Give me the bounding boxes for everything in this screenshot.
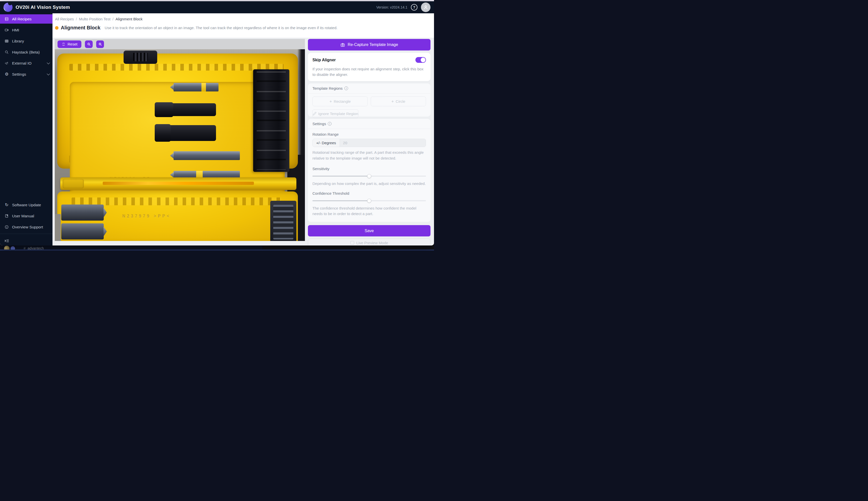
skip-aligner-card: Skip Aligner If your inspection does not… xyxy=(308,53,431,81)
sidebar-collapse-button[interactable] xyxy=(0,236,53,245)
toggle-knob xyxy=(421,57,425,62)
sidebar-item-settings[interactable]: ⚙ Settings xyxy=(0,70,53,79)
sidebar-item-library[interactable]: Library xyxy=(0,36,53,46)
sidebar-item-label: Library xyxy=(12,39,24,43)
save-label: Save xyxy=(365,228,374,233)
help-icon[interactable]: ? xyxy=(411,4,417,11)
plus-icon: + xyxy=(391,99,394,104)
page-description: Use it to track the orientation of an ob… xyxy=(105,25,338,30)
template-regions-card: Template Regions i + Rectangle + Circle xyxy=(308,83,431,117)
skip-aligner-label: Skip Aligner xyxy=(313,58,336,62)
live-preview-checkbox[interactable] xyxy=(350,241,354,245)
content-header: All Recipes / Multo Position Test / Alig… xyxy=(53,13,434,38)
socket-adapter xyxy=(155,125,216,141)
sidebar-item-software-update[interactable]: ↻ Software Update xyxy=(0,200,53,210)
version-label: Version: v2024.14.1 xyxy=(376,5,408,9)
zoom-out-icon xyxy=(87,42,91,46)
rotation-range-help: Rotational tracking range of the part. A… xyxy=(313,150,426,161)
chevron-down-icon xyxy=(47,61,50,64)
sidebar-item-all-recipes[interactable]: All Recipes xyxy=(0,14,53,24)
recapture-template-button[interactable]: Re-Capture Template Image xyxy=(308,39,431,51)
sidebar-item-haystack[interactable]: Haystack (Beta) xyxy=(0,47,53,57)
recipes-icon xyxy=(4,17,9,21)
sidebar-item-label: Overview Support xyxy=(12,225,43,230)
breadcrumb-current: Alignment Block xyxy=(116,17,143,21)
zoom-in-button[interactable] xyxy=(96,41,104,48)
info-icon xyxy=(4,225,9,229)
library-grid-icon xyxy=(4,39,9,43)
add-rectangle-label: Rectangle xyxy=(334,99,351,104)
person-icon xyxy=(423,4,428,10)
app-header: OV20i AI Vision System Version: v2024.14… xyxy=(0,1,434,13)
info-icon[interactable]: i xyxy=(344,86,348,90)
template-image-canvas[interactable]: NF37960 >PP< N237979 >PP< xyxy=(55,49,305,241)
breadcrumb-multo-position-test[interactable]: Multo Position Test xyxy=(79,17,110,21)
breadcrumb-all-recipes[interactable]: All Recipes xyxy=(55,17,74,21)
skip-aligner-description: If your inspection does not require an a… xyxy=(313,66,426,77)
sensitivity-slider[interactable] xyxy=(313,174,426,178)
sidebar-item-label: Haystack (Beta) xyxy=(12,50,40,54)
torx-bit xyxy=(174,83,218,92)
sidebar-item-label: External IO xyxy=(12,61,32,66)
breadcrumb-separator: / xyxy=(76,17,77,21)
zoom-out-button[interactable] xyxy=(85,41,93,48)
add-circle-label: Circle xyxy=(395,99,405,104)
sensitivity-help: Depending on how complex the part is, ad… xyxy=(313,181,426,187)
gear-icon: ⚙ xyxy=(4,72,9,76)
socket-adapter-large xyxy=(155,103,216,116)
user-avatar[interactable] xyxy=(421,2,431,12)
sidebar-item-label: Settings xyxy=(12,72,26,77)
skip-aligner-toggle[interactable] xyxy=(415,57,426,63)
bit-holder-rail xyxy=(253,70,289,172)
sidebar-item-hmi[interactable]: HMI xyxy=(0,25,53,35)
external-io-icon xyxy=(4,61,9,65)
slider-thumb[interactable] xyxy=(367,174,371,178)
ignore-template-region-button[interactable]: Ignore Template Region xyxy=(313,109,358,118)
info-icon[interactable]: i xyxy=(328,122,332,126)
toolcase-hinge xyxy=(60,178,296,190)
sidebar-item-label: HMI xyxy=(12,28,19,32)
live-preview-mode-button[interactable]: Live Preview Mode xyxy=(308,238,431,245)
sidebar-divider xyxy=(0,234,53,234)
reset-view-button[interactable]: Reset xyxy=(57,41,82,48)
viewer-toolbar: Reset xyxy=(55,39,305,49)
rotation-range-label: Rotation Range xyxy=(313,132,426,136)
app-window: OV20i AI Vision System Version: v2024.14… xyxy=(0,1,434,245)
sidebar-footer: ↻ Software Update User Manual Overview S… xyxy=(0,200,53,245)
breadcrumb-separator: / xyxy=(112,17,113,21)
rotation-range-input-group: +/- Degrees 20 xyxy=(313,139,426,147)
camera-icon xyxy=(340,42,345,47)
background-taskbar-edge xyxy=(0,249,434,250)
slider-thumb[interactable] xyxy=(367,199,371,203)
sidebar: All Recipes HMI Library Haystack (Beta) … xyxy=(0,13,53,245)
sidebar-item-label: All Recipes xyxy=(12,17,32,21)
rotation-range-input[interactable]: 20 xyxy=(340,139,426,147)
phillips-bit xyxy=(174,151,240,160)
rotation-range-prefix: +/- Degrees xyxy=(313,139,340,147)
block-status-dot xyxy=(55,26,58,30)
ignore-template-region-label: Ignore Template Region xyxy=(318,111,358,116)
slider-fill xyxy=(313,200,369,201)
save-button[interactable]: Save xyxy=(308,225,431,236)
bottom-left-bits xyxy=(61,204,104,241)
live-preview-label: Live Preview Mode xyxy=(356,241,388,245)
embossed-part-number-lower: N237979 >PP< xyxy=(122,213,171,218)
pen-icon xyxy=(313,112,316,116)
sidebar-item-external-io[interactable]: External IO xyxy=(0,58,53,68)
app-title: OV20i AI Vision System xyxy=(15,4,70,10)
confidence-threshold-slider[interactable] xyxy=(313,199,426,203)
add-rectangle-region-button[interactable]: + Rectangle xyxy=(313,96,368,106)
settings-title: Settings xyxy=(313,121,326,126)
template-regions-title: Template Regions xyxy=(313,86,343,90)
sidebar-item-user-manual[interactable]: User Manual xyxy=(0,211,53,221)
search-icon xyxy=(4,50,9,54)
sidebar-item-overview-support[interactable]: Overview Support xyxy=(0,222,53,232)
confidence-threshold-help: The confidence threshold determines how … xyxy=(313,205,426,217)
image-viewer: Reset NF xyxy=(55,39,305,241)
bottom-right-bit-block xyxy=(270,201,297,241)
hmi-camera-icon xyxy=(4,28,9,32)
plus-icon: + xyxy=(329,99,332,104)
add-circle-region-button[interactable]: + Circle xyxy=(371,96,426,106)
refresh-icon: ↻ xyxy=(4,203,9,207)
aligner-settings-card: Settings i Rotation Range +/- Degrees 20… xyxy=(308,119,431,222)
